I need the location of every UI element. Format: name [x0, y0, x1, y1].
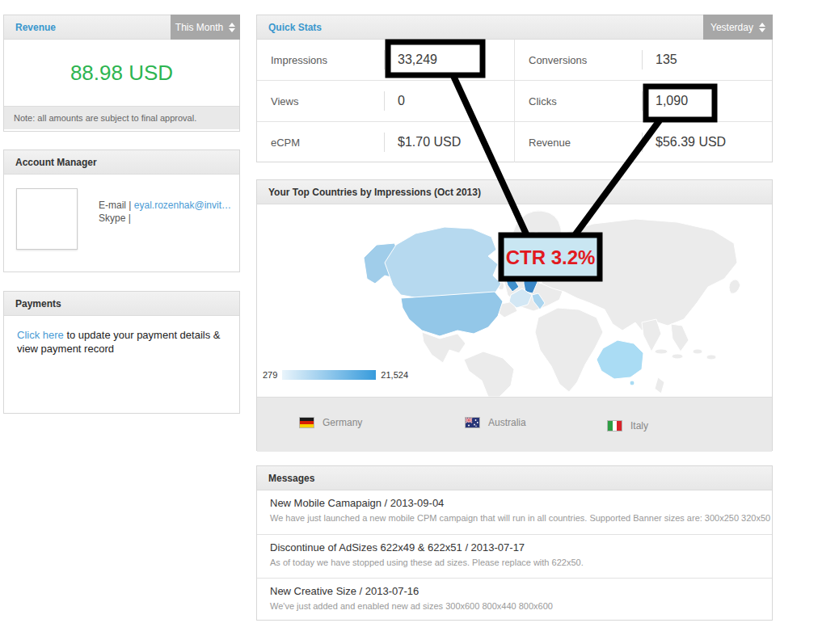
message-title: New Mobile Camapaign / 2013-09-04	[270, 497, 772, 509]
revenue-period-label: This Month	[175, 22, 223, 33]
account-manager-avatar	[16, 188, 78, 250]
revenue-period-dropdown[interactable]: This Month	[171, 15, 240, 40]
revenue-title: Revenue	[15, 22, 56, 33]
top-countries-panel: Your Top Countries by Impressions (Oct 2…	[256, 179, 773, 451]
message-item[interactable]: New Mobile Camapaign / 2013-09-04 We hav…	[257, 490, 772, 534]
updown-arrows-icon	[759, 23, 765, 32]
map-mexico	[422, 332, 466, 363]
map-tasmania	[630, 381, 635, 385]
stat-label: Impressions	[271, 54, 327, 66]
revenue-value: 88.98 USD	[4, 40, 239, 106]
message-body: We've just added and enabled new ad size…	[270, 601, 772, 611]
stat-value: 0	[398, 94, 405, 108]
stat-value: 1,090	[656, 94, 688, 108]
germany-flag-icon	[299, 417, 314, 428]
world-map-body: 279 21,524	[257, 204, 772, 397]
country-entry-australia: Australia	[465, 417, 526, 428]
payments-panel: Payments Click here to update your payme…	[3, 291, 240, 414]
message-body: We have just launched a new mobile CPM c…	[270, 513, 772, 523]
top-countries-title: Your Top Countries by Impressions (Oct 2…	[268, 187, 481, 198]
stat-value: $1.70 USD	[398, 135, 461, 149]
map-usa	[401, 292, 503, 336]
payments-title: Payments	[15, 298, 61, 309]
account-manager-skype-row: Skype |	[99, 212, 231, 225]
payments-header: Payments	[4, 292, 239, 316]
messages-title: Messages	[268, 473, 314, 484]
email-link[interactable]: eyal.rozenhak@invit…	[134, 200, 231, 211]
messages-panel: Messages New Mobile Camapaign / 2013-09-…	[256, 465, 773, 621]
map-africa	[535, 308, 603, 392]
map-indonesia	[672, 354, 683, 359]
country-entry-italy: Italy	[607, 420, 648, 431]
stat-label: Revenue	[529, 137, 571, 149]
scale-gradient-bar	[282, 370, 376, 380]
country-label: Australia	[488, 417, 526, 428]
country-label: Italy	[630, 420, 648, 431]
map-color-scale: 279 21,524	[263, 370, 408, 380]
stat-value: $56.39 USD	[656, 135, 726, 149]
stat-ecpm: eCPM $1.70 USD	[257, 122, 515, 162]
messages-header: Messages	[257, 466, 772, 490]
country-entry-germany: Germany	[299, 417, 362, 428]
italy-flag-icon	[607, 420, 622, 431]
map-australia	[597, 340, 643, 379]
payments-click-here-link[interactable]: Click here	[17, 329, 64, 341]
quick-stats-header: Quick Stats Yesterday	[257, 15, 772, 40]
country-label: Germany	[323, 417, 362, 428]
top-countries-header: Your Top Countries by Impressions (Oct 2…	[257, 180, 772, 204]
map-japan	[729, 280, 740, 293]
quick-stats-title: Quick Stats	[268, 22, 322, 33]
map-canada	[385, 227, 501, 301]
stat-impressions: Impressions 33,249	[257, 40, 515, 81]
australia-flag-icon	[465, 417, 480, 428]
stat-label: Views	[271, 95, 298, 107]
map-indonesia	[693, 349, 702, 354]
message-title: Discontinue of AdSizes 622x49 & 622x51 /…	[270, 541, 772, 554]
stat-value: 33,249	[398, 53, 437, 67]
updown-arrows-icon	[229, 23, 235, 32]
revenue-panel-header: Revenue This Month	[4, 15, 239, 40]
top-countries-footer: Germany Australia Italy	[257, 397, 772, 452]
scale-max-label: 21,524	[381, 370, 408, 380]
message-item[interactable]: New Creative Size / 2013-07-16 We've jus…	[257, 578, 772, 621]
world-map[interactable]	[257, 204, 772, 397]
stat-revenue: Revenue $56.39 USD	[515, 122, 772, 162]
revenue-note: Note: all amounts are subject to final a…	[4, 106, 239, 129]
message-body: As of today we have stopped using these …	[270, 558, 772, 567]
stat-value: 135	[656, 53, 677, 67]
quick-stats-period-dropdown[interactable]: Yesterday	[703, 15, 773, 40]
stat-label: Conversions	[529, 54, 587, 66]
map-png	[706, 355, 716, 360]
account-manager-panel: Account Manager E-mail | eyal.rozenhak@i…	[3, 149, 240, 272]
stat-label: eCPM	[271, 137, 300, 149]
payments-body: Click here to update your payment detail…	[4, 316, 239, 368]
map-indonesia	[655, 349, 668, 354]
quick-stats-grid: Impressions 33,249 Conversions 135 Views…	[257, 40, 772, 162]
account-manager-email-row: E-mail | eyal.rozenhak@invit…	[99, 199, 231, 212]
scale-min-label: 279	[263, 370, 277, 380]
account-manager-title: Account Manager	[15, 157, 97, 168]
quick-stats-period-label: Yesterday	[710, 22, 753, 33]
stat-views: Views 0	[257, 81, 515, 122]
message-title: New Creative Size / 2013-07-16	[270, 585, 772, 597]
stat-label: Clicks	[529, 95, 557, 107]
map-india	[642, 319, 661, 351]
map-new-zealand	[655, 377, 664, 394]
account-manager-header: Account Manager	[4, 150, 239, 175]
map-south-america	[464, 351, 514, 397]
message-item[interactable]: Discontinue of AdSizes 622x49 & 622x51 /…	[257, 534, 772, 578]
stat-conversions: Conversions 135	[515, 40, 772, 81]
stat-clicks: Clicks 1,090	[515, 81, 772, 122]
map-se-asia	[671, 324, 689, 351]
quick-stats-panel: Quick Stats Yesterday Impressions 33,249…	[256, 15, 773, 162]
revenue-panel: Revenue This Month 88.98 USD Note: all a…	[3, 15, 240, 132]
email-label: E-mail |	[99, 200, 134, 211]
